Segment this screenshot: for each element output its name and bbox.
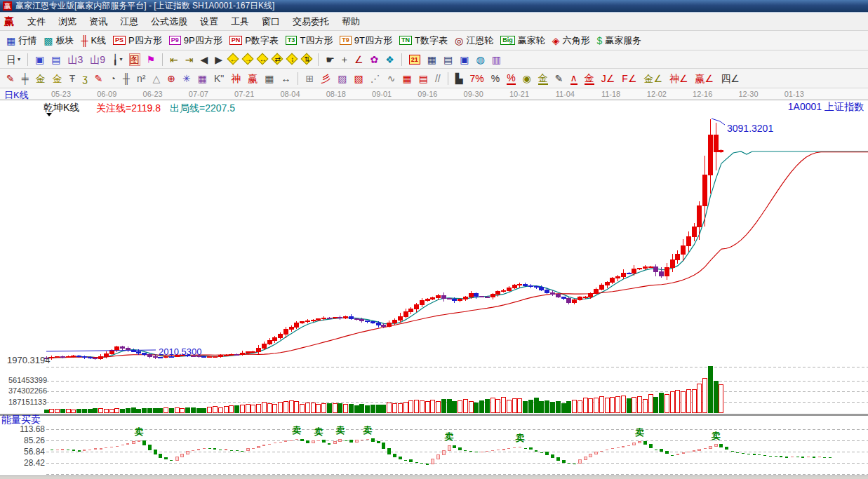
notes-icon[interactable]: ▤ [441,53,455,66]
gann-wheel-btn[interactable]: ◎江恩轮 [452,34,496,48]
print-icon[interactable]: ▥ [489,53,504,66]
network-icon[interactable]: ◍ [473,53,487,66]
percent-line-tool[interactable]: % [504,72,518,86]
f-grid-tool[interactable]: Ŧ [67,72,79,85]
single-candle-dropdown[interactable]: ╽▾ [109,53,125,66]
f-angle-tool[interactable]: F∠ [619,72,639,85]
main-view-icon[interactable]: ▣ [32,53,47,66]
calculator-icon[interactable]: ▦ [425,53,439,66]
expand-right-icon[interactable]: → [242,53,254,65]
candle-pen-tool[interactable]: ✎ [552,72,566,85]
crosshair-icon[interactable]: + [339,53,350,66]
hand-tool-icon[interactable]: ☛ [323,53,338,66]
sectors-btn[interactable]: ▩板块 [41,34,76,48]
menu-gann[interactable]: 江恩 [114,13,145,30]
menu-news[interactable]: 资讯 [83,13,114,30]
winner-wheel-btn[interactable]: Big赢家轮 [498,34,548,48]
f-grid-icon: Ŧ [69,73,76,84]
compress-left-icon[interactable]: ← [227,53,239,65]
menu-tools[interactable]: 工具 [225,13,255,30]
kline-btn[interactable]: ╫K线 [78,34,109,48]
menu-formula-stock-pick[interactable]: 公式选股 [145,13,194,30]
cycle-clock-tool[interactable]: ◔ [107,72,119,85]
red-pen-tool[interactable]: ✎ [92,72,106,85]
menu-help[interactable]: 帮助 [335,13,366,30]
gann-star-tool[interactable]: ✳ [180,72,194,85]
red-grid-tool[interactable]: ▦ [399,72,414,85]
gold-line-tool[interactable]: 金 [535,72,551,86]
bars9-icon[interactable]: 山9 [87,53,108,66]
first-page-icon[interactable]: ⇤ [167,53,181,66]
kline-chart-canvas[interactable]: 卖卖卖卖卖卖卖卖卖 [0,100,868,475]
p-digit-btn[interactable]: PNP数字表 [227,34,281,48]
bars-stat-tool[interactable]: ▙ [453,72,466,85]
si-angle-tool[interactable]: 四∠ [718,72,742,85]
kline-type-dropdown-icon[interactable] [46,113,52,116]
fan-box-tool[interactable]: ▨ [335,72,349,85]
gold-grid2-tool[interactable]: 金 [50,72,65,85]
corner-grid-tool[interactable]: ⊞ [302,72,316,85]
k-quote-tool[interactable]: K" [211,72,227,85]
red-grid2-tool[interactable]: ▤ [416,72,431,85]
t9-square-btn[interactable]: T99T四方形 [337,34,395,48]
compress-y-icon[interactable]: ⇅ [301,53,313,65]
gold-grid-tool[interactable]: 金 [33,72,48,85]
dense-grid-tool[interactable]: ▦ [262,72,276,85]
prism-tool[interactable]: △ [149,72,163,85]
red-grid-icon: ▦ [402,73,411,84]
qiankun-toggle-icon[interactable]: 图 [127,53,142,66]
ying-angle-tool[interactable]: 赢∠ [693,72,717,85]
hexagon-btn[interactable]: ◈六角形 [549,34,593,48]
period-day-dropdown[interactable]: 日▾ [4,53,23,66]
t-digit-btn[interactable]: TNT数字表 [396,34,450,48]
p9-square-btn[interactable]: P99P四方形 [166,34,225,48]
shen-tool[interactable]: 神 [228,72,243,85]
web-grid-tool[interactable]: ▦ [195,72,210,85]
last-page-icon[interactable]: ⇥ [182,53,196,66]
next-page-icon[interactable]: ▶ [212,53,225,66]
t-square-btn[interactable]: T3T四方形 [283,34,335,48]
compress-x-icon[interactable]: ⇄ [272,53,283,65]
angle-fan-tool[interactable]: ⋰ [368,72,383,85]
measure-icon[interactable]: ∠ [352,53,366,66]
percent-tool[interactable]: % [488,72,502,85]
spiral-tool[interactable]: ʒ [79,72,91,85]
j-angle-tool[interactable]: J∠ [599,72,618,85]
ying-tool[interactable]: 赢 [245,72,260,85]
expand-x-icon[interactable]: ↔ [257,53,269,65]
diag-lines-tool[interactable]: // [432,72,443,85]
menu-browse[interactable]: 浏览 [52,13,83,30]
grid-scale-tool[interactable]: ╪ [19,72,32,85]
expand-y-icon[interactable]: ↕ [286,53,298,65]
menu-file[interactable]: 文件 [21,13,52,30]
pattern-icon[interactable]: ❖ [382,53,397,66]
p-square-btn[interactable]: PSP四方形 [110,34,165,48]
n2-tool[interactable]: n² [134,72,148,85]
fan-box2-tool[interactable]: ▧ [351,72,366,85]
winner-service-btn-label: 赢家服务 [605,34,641,47]
zigzag-tool[interactable]: ∿ [385,72,399,85]
info-list-icon[interactable]: ▤ [48,53,63,66]
ruler-grid-tool[interactable]: ╫ [120,72,133,85]
menu-window[interactable]: 窗口 [255,13,286,30]
shen-angle-tool[interactable]: 神∠ [667,72,691,85]
h-extent-tool[interactable]: ↔ [278,72,293,85]
gold-angle-tool[interactable]: 金∠ [641,72,665,85]
winner-service-btn[interactable]: $赢家服务 [594,34,644,48]
bars3-icon[interactable]: 山3 [65,53,86,66]
menu-settings[interactable]: 设置 [194,13,225,30]
gann-circle-tool[interactable]: ⊕ [164,72,178,85]
gold-red-line-tool[interactable]: 金 [582,72,597,86]
prev-page-icon[interactable]: ◀ [198,53,211,66]
fan-lines-tool[interactable]: 彡 [318,72,333,85]
wave-a-tool[interactable]: ∧ [568,72,580,86]
save-icon[interactable]: ▣ [457,53,472,66]
quotes-btn[interactable]: ▦行情 [4,34,39,48]
menu-trade-order[interactable]: 交易委托 [286,13,335,30]
flower-icon[interactable]: ✿ [367,53,381,66]
rank-flag-icon[interactable]: ⚑ [144,53,159,66]
pen-tool[interactable]: ✎ [4,72,18,85]
percent7-tool[interactable]: 7% [467,72,486,85]
gold-circle-tool[interactable]: ◉ [520,72,534,85]
calendar-icon[interactable]: 21 [406,54,423,65]
